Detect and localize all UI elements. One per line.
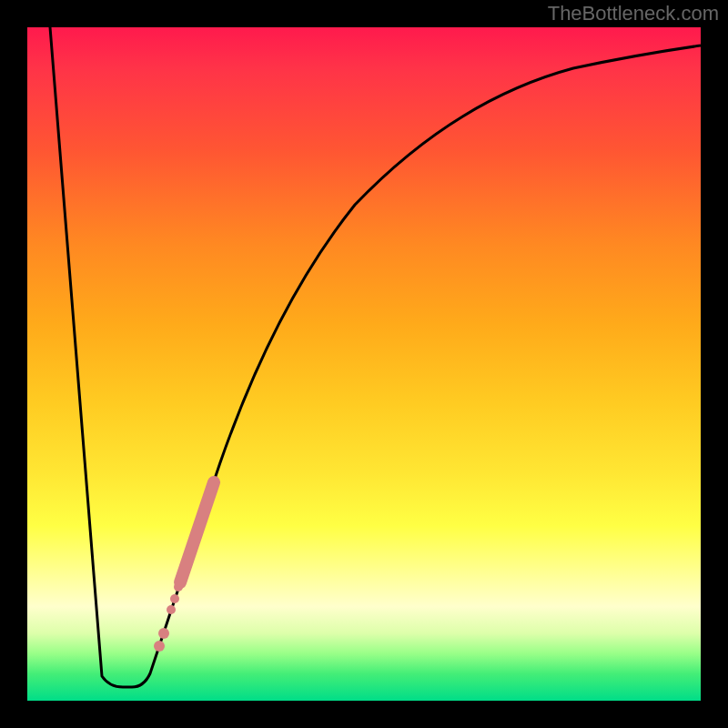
data-point-marker (167, 605, 176, 614)
chart-container: TheBottleneck.com (0, 0, 728, 728)
plot-area (27, 27, 701, 701)
data-point-marker (170, 594, 179, 603)
bottleneck-plot (27, 27, 701, 701)
watermark-text: TheBottleneck.com (548, 2, 719, 25)
data-point-marker (154, 641, 165, 652)
bottleneck-curve-path (50, 27, 701, 687)
data-point-marker (174, 582, 183, 592)
data-point-marker (158, 628, 169, 639)
highlight-segment (180, 482, 214, 582)
